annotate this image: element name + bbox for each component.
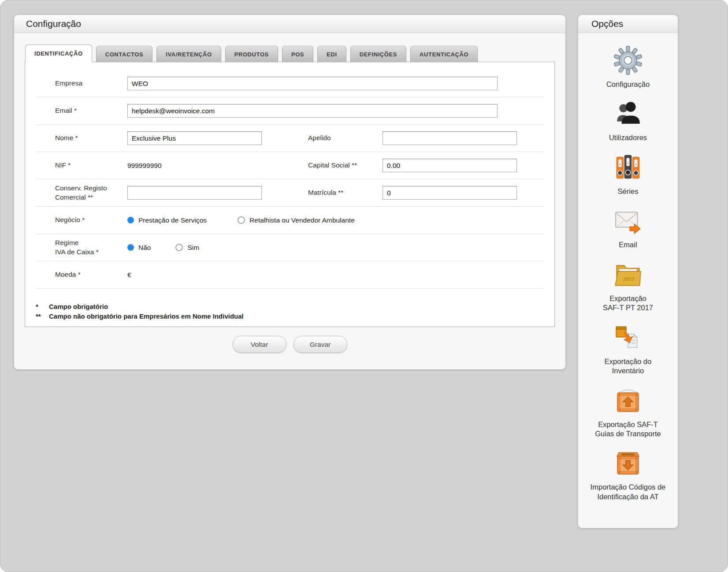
negocio-option-servicos[interactable]: Prestação de Serviços [127,216,207,224]
radio-checked-icon[interactable] [127,244,134,251]
nome-input[interactable] [127,131,262,145]
radio-unchecked-icon[interactable] [175,244,183,251]
gear-icon [613,45,643,75]
sidebar-item-utilizadores[interactable]: Utilizadores [609,99,647,142]
configuration-panel: Configuração IDENTIFICAÇÃO CONTACTOS IVA… [14,15,566,370]
tab-produtos[interactable]: PRODUTOS [225,46,278,62]
sidebar-item-exportacao-guias[interactable]: Exportação SAF-T Guias de Transporte [595,386,661,439]
folder-2013-icon: 2013 [613,260,643,290]
negocio-option-servicos-label: Prestação de Serviços [138,216,207,224]
footnote-optional-eni: ** Campo não obrigatório para Empresário… [36,312,554,321]
tab-bar: IDENTIFICAÇÃO CONTACTOS IVA/RETENÇÃO PRO… [25,45,555,62]
box-to-document-icon [613,323,643,353]
sidebar-item-label: Configuração [606,80,650,89]
regime-iva-label: Regime IVA de Caixa * [36,238,127,257]
sidebar-item-exportacao-saft-pt[interactable]: 2013 Exportação SAF-T PT 2017 [603,260,653,313]
page-background: Configuração IDENTIFICAÇÃO CONTACTOS IVA… [0,0,728,572]
tab-iva-retencao[interactable]: IVA/RETENÇÃO [156,46,221,62]
empresa-label: Empresa [36,79,127,88]
sidebar-item-configuracao[interactable]: Configuração [606,45,650,89]
regime-iva-option-nao-label: Não [138,244,151,252]
email-send-icon [613,206,643,236]
page-title: Configuração [26,19,81,29]
matricula-label: Matrícula ** [308,188,383,197]
sidebar-item-exportacao-inventario[interactable]: Exportação do Inventário [605,323,651,376]
sidebar-header: Opções [578,15,678,33]
negocio-label: Negócio * [36,215,127,225]
sidebar-item-email[interactable]: Email [613,206,643,249]
moeda-label: Moeda * [36,270,127,279]
form-actions: Voltar Gravar [25,336,555,353]
row-nif-capital: NIF * 999999990 Capital Social ** [36,152,544,179]
apelido-label: Apelido [308,134,383,143]
empresa-input[interactable] [127,77,498,90]
sidebar-item-label: Exportação SAF-T PT 2017 [603,294,653,313]
negocio-option-retalhista-label: Retalhista ou Vendedor Ambulante [249,216,355,224]
matricula-input[interactable] [383,186,517,200]
tab-autenticacao[interactable]: AUTENTICAÇÃO [410,46,478,62]
conserv-registo-input[interactable] [127,186,262,200]
tab-pos[interactable]: POS [282,46,313,62]
nome-label: Nome * [36,134,127,143]
radio-checked-icon[interactable] [127,217,134,223]
tab-identificacao[interactable]: IDENTIFICAÇÃO [25,45,92,62]
folder-year-text: 2013 [623,276,634,282]
tab-definicoes[interactable]: DEFINIÇÕES [350,46,406,62]
row-moeda: Moeda * € [36,261,544,289]
nif-label: NIF * [36,161,127,170]
crate-upload-icon [613,386,643,416]
options-sidebar: Opções [578,15,678,528]
regime-iva-option-sim[interactable]: Sim [175,244,199,252]
regime-iva-option-nao[interactable]: Não [127,244,151,252]
row-regime-iva: Regime IVA de Caixa * Não Sim [36,234,544,261]
sidebar-item-label: Exportação SAF-T Guias de Transporte [595,420,661,439]
sidebar-item-importacao-codigos[interactable]: Importação Códigos de Identificação da A… [591,448,666,501]
row-email: Email * [36,97,544,125]
row-nome-apelido: Nome * Apelido [36,125,544,152]
nif-value: 999999990 [127,162,262,170]
sidebar-item-series[interactable]: Séries [613,152,643,196]
sidebar-item-label: Utilizadores [609,133,647,142]
sidebar-item-label: Exportação do Inventário [605,357,651,376]
gravar-button[interactable]: Gravar [293,336,347,353]
row-negocio: Negócio * Prestação de Serviços Retalhis… [36,207,544,234]
panel-header: Configuração [14,15,565,33]
tab-contactos[interactable]: CONTACTOS [96,46,153,62]
footnote-required: * Campo obrigatório [36,302,554,312]
sidebar-item-label: Email [619,240,637,249]
moeda-value: € [127,271,131,279]
crate-download-icon [613,448,643,478]
regime-iva-option-sim-label: Sim [187,244,199,252]
tab-edi[interactable]: EDI [317,46,346,62]
apelido-input[interactable] [383,131,517,145]
row-empresa: Empresa [36,70,544,97]
identification-form: Empresa Email * Nome * Apelido [25,62,555,327]
negocio-option-retalhista[interactable]: Retalhista ou Vendedor Ambulante [238,216,355,224]
footnotes: * Campo obrigatório ** Campo não obrigat… [36,302,554,321]
sidebar-item-label: Importação Códigos de Identificação da A… [591,483,666,501]
email-label: Email * [36,106,127,115]
row-conserv-matricula: Conserv. Registo Comercial ** Matrícula … [36,179,544,207]
radio-unchecked-icon[interactable] [238,216,245,224]
conserv-registo-label: Conserv. Registo Comercial ** [36,184,127,202]
sidebar-item-label: Séries [618,187,639,196]
voltar-button[interactable]: Voltar [233,336,286,353]
capital-social-label: Capital Social ** [308,161,383,170]
email-input[interactable] [127,104,498,118]
users-icon [613,99,643,129]
capital-social-input[interactable] [383,159,517,172]
sidebar-title: Opções [591,19,623,29]
binders-icon [613,152,643,182]
